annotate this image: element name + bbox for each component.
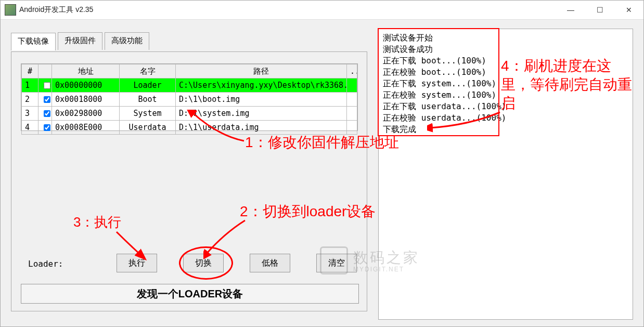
row-checkbox[interactable] — [44, 124, 50, 131]
tab-download-image[interactable]: 下载镜像 — [11, 33, 56, 50]
row-checkbox[interactable] — [44, 96, 50, 103]
row-partition-name[interactable]: System — [120, 107, 176, 121]
row-addr[interactable]: 0x00000000 — [52, 79, 120, 93]
low-format-button[interactable]: 低格 — [250, 254, 290, 272]
row-checkbox-cell[interactable] — [38, 107, 52, 121]
row-end — [347, 107, 357, 121]
row-end — [347, 93, 357, 107]
app-icon — [5, 4, 16, 16]
row-num: 1 — [22, 79, 38, 93]
row-checkbox[interactable] — [44, 82, 50, 89]
row-checkbox-cell[interactable] — [38, 121, 52, 135]
row-addr[interactable]: 0x00298000 — [52, 107, 120, 121]
table-row[interactable]: 40x0008E000UserdataD:\1\userdata.img — [22, 121, 357, 135]
row-checkbox-cell[interactable] — [38, 93, 52, 107]
row-partition-name[interactable]: Boot — [120, 93, 176, 107]
table-row[interactable]: 30x00298000SystemD:\1\system.img — [22, 107, 357, 121]
col-addr[interactable]: 地址 — [52, 64, 120, 79]
row-path[interactable]: D:\1\system.img — [176, 107, 347, 121]
titlebar: Android开发工具 v2.35 — ☐ ✕ — [1, 1, 643, 20]
col-path[interactable]: 路径 — [176, 64, 347, 79]
row-end — [347, 79, 357, 93]
col-name[interactable]: 名字 — [120, 64, 176, 79]
image-table: # 地址 名字 路径 ... 10x00000000LoaderC:\Users… — [21, 64, 357, 135]
log-panel[interactable]: 测试设备开始 测试设备成功 正在下载 boot...(100%) 正在校验 bo… — [378, 29, 633, 320]
col-end[interactable]: ... — [347, 64, 357, 79]
status-bar: 发现一个LOADER设备 — [21, 284, 359, 304]
loader-label: Loader: — [28, 259, 63, 269]
col-chk[interactable] — [38, 64, 52, 79]
image-table-wrap: # 地址 名字 路径 ... 10x00000000LoaderC:\Users… — [21, 63, 358, 131]
row-path[interactable]: D:\1\boot.img — [176, 93, 347, 107]
window-title: Android开发工具 v2.35 — [19, 5, 556, 15]
row-partition-name[interactable]: Userdata — [120, 121, 176, 135]
row-addr[interactable]: 0x0008E000 — [52, 121, 120, 135]
tab-advanced[interactable]: 高级功能 — [105, 32, 149, 50]
execute-button[interactable]: 执行 — [117, 254, 157, 272]
row-path[interactable]: D:\1\userdata.img — [176, 121, 347, 135]
row-partition-name[interactable]: Loader — [120, 79, 176, 93]
switch-button[interactable]: 切换 — [183, 254, 224, 272]
table-header-row: # 地址 名字 路径 ... — [22, 64, 357, 79]
row-checkbox-cell[interactable] — [38, 79, 52, 93]
table-row[interactable]: 20x00018000BootD:\1\boot.img — [22, 93, 357, 107]
row-num: 2 — [22, 93, 38, 107]
row-num: 3 — [22, 107, 38, 121]
close-button[interactable]: ✕ — [614, 1, 643, 19]
maximize-button[interactable]: ☐ — [585, 1, 614, 19]
tab-upgrade-firmware[interactable]: 升级固件 — [58, 32, 102, 50]
minimize-button[interactable]: — — [556, 1, 585, 19]
table-row[interactable]: 10x00000000LoaderC:\Users\xinyang.yxy\De… — [22, 79, 357, 93]
tab-panel: # 地址 名字 路径 ... 10x00000000LoaderC:\Users… — [11, 51, 367, 311]
row-end — [347, 121, 357, 135]
row-addr[interactable]: 0x00018000 — [52, 93, 120, 107]
row-num: 4 — [22, 121, 38, 135]
clear-button[interactable]: 清空 — [316, 254, 357, 272]
col-num[interactable]: # — [22, 64, 38, 79]
row-path[interactable]: C:\Users\xinyang.yxy\Desktop\rk3368... — [176, 79, 347, 93]
row-checkbox[interactable] — [44, 110, 50, 117]
app-window: Android开发工具 v2.35 — ☐ ✕ 下载镜像 升级固件 高级功能 #… — [0, 0, 644, 327]
